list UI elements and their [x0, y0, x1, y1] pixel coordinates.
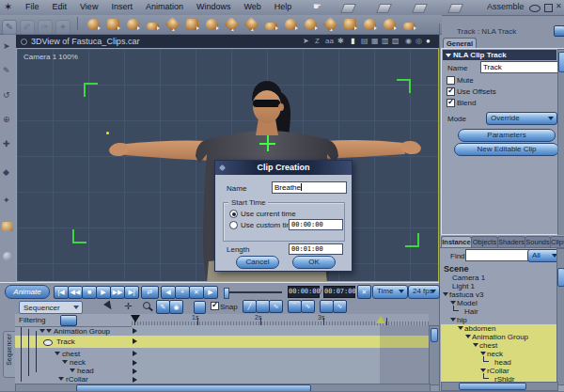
mute-checkbox[interactable] — [446, 76, 455, 85]
mode-dropdown[interactable]: Override — [486, 112, 557, 125]
repeat-button[interactable]: ∿ — [333, 300, 347, 313]
storyboard-room-icon[interactable] — [412, 4, 428, 13]
vp-settings-icon[interactable]: ✱ — [337, 35, 344, 47]
parameters-button[interactable]: Parameters — [458, 129, 556, 142]
ok-button[interactable]: OK — [292, 256, 336, 269]
scene-row-chest[interactable]: chest — [479, 341, 497, 350]
scene-row-hip[interactable]: hip — [457, 316, 467, 324]
sphere-primitive-icon[interactable] — [87, 19, 100, 30]
browser-hscrollbar[interactable] — [441, 382, 558, 391]
seq-row-track[interactable]: Track — [56, 337, 75, 346]
go-start-button[interactable]: |◀ — [54, 286, 69, 299]
wrench-icon[interactable] — [403, 23, 415, 30]
time-mode-dropdown[interactable]: Time — [372, 285, 408, 299]
keyframe-marker[interactable] — [133, 328, 137, 334]
seq-row-animation-group[interactable]: Animation Group — [54, 327, 110, 336]
sequencer-mode-dropdown[interactable]: Sequencer — [19, 301, 83, 314]
track-name-input[interactable]: Track — [480, 61, 559, 73]
time-scrubber[interactable] — [131, 315, 140, 322]
menu-view[interactable]: View — [73, 0, 104, 14]
vp-cursor-icon[interactable]: ➤ — [303, 35, 309, 47]
properties-scrollbar-thumb[interactable] — [558, 52, 564, 72]
vertex-object-icon[interactable] — [107, 19, 119, 30]
keyframe-marker[interactable] — [133, 360, 137, 366]
menu-edit[interactable]: Edit — [46, 0, 74, 14]
vp-layout-4-icon[interactable]: ▥ — [382, 35, 389, 47]
model-room-icon[interactable] — [376, 4, 392, 13]
star-object-icon[interactable] — [225, 17, 240, 32]
assemble-room-icon[interactable] — [340, 4, 356, 13]
vp-layout-single-icon[interactable]: ▮ — [351, 35, 354, 47]
menu-web[interactable]: Web — [237, 0, 267, 14]
keyframe-marker[interactable] — [133, 351, 137, 356]
vp-shade-textured-icon[interactable]: ● — [426, 35, 431, 47]
use-current-time-radio[interactable] — [229, 210, 238, 218]
clear-time-button[interactable]: ✕ — [357, 285, 371, 299]
camera-pan-icon[interactable]: ✦ — [3, 196, 10, 205]
keyframe-marker[interactable] — [133, 377, 137, 383]
delete-key-button[interactable]: ✕ — [189, 286, 204, 299]
seq-row-chest[interactable]: chest — [62, 350, 80, 358]
scene-row-abdomen[interactable]: abdomen — [464, 324, 495, 333]
cone-icon[interactable] — [165, 17, 180, 32]
pointer-tool-icon[interactable] — [103, 301, 115, 312]
scale-tool-icon[interactable]: ✚ — [3, 139, 10, 149]
tangent-linear-button[interactable]: ╱ — [243, 300, 257, 313]
add-key-button[interactable]: + — [175, 286, 190, 299]
vp-shade-wire-icon[interactable]: ◉ — [405, 35, 412, 47]
menu-file[interactable]: File — [19, 0, 46, 14]
scene-row-rcollar[interactable]: rCollar — [487, 367, 509, 375]
vp-axis-icon[interactable]: Z — [315, 35, 320, 47]
pin-button[interactable]: ◉ — [169, 300, 183, 314]
clock-icon[interactable] — [364, 19, 376, 30]
vp-antialias-icon[interactable]: aa — [325, 35, 334, 47]
fps-dropdown[interactable]: 24 fps — [408, 285, 440, 299]
seq-row-head[interactable]: head — [77, 367, 94, 375]
length-input[interactable]: 00:01:00 — [289, 243, 343, 255]
scene-row-camera1[interactable]: Camera 1 — [452, 274, 485, 282]
tangent-smooth-in-button[interactable]: ⌒ — [256, 300, 270, 313]
timeline-body[interactable] — [132, 325, 429, 384]
vp-layout-2-icon[interactable]: ▤ — [361, 35, 368, 47]
blend-checkbox[interactable]: ✓ — [446, 99, 455, 107]
rewind-button[interactable]: ◀◀ — [68, 286, 83, 299]
restore-window-icon[interactable] — [544, 4, 553, 12]
scene-row-animation-group[interactable]: Animation Group — [472, 333, 528, 341]
clip-name-input[interactable]: Breathe — [272, 181, 347, 194]
gear-icon[interactable] — [206, 19, 218, 30]
find-input[interactable] — [465, 249, 529, 261]
duplicate-object-icon[interactable] — [244, 17, 259, 32]
next-key-button[interactable]: ▶ — [203, 286, 218, 299]
dialog-title-bar[interactable]: Clip Creation — [215, 161, 352, 175]
play-button[interactable]: ▶ — [96, 286, 111, 299]
cancel-button[interactable]: Cancel — [236, 256, 279, 269]
menu-insert[interactable]: Insert — [104, 0, 139, 14]
terrain-icon[interactable] — [265, 23, 277, 30]
hand-tool-icon[interactable]: ☛ — [313, 1, 321, 11]
options-button[interactable] — [194, 301, 206, 314]
select-tool-icon[interactable]: ➤ — [3, 41, 10, 51]
vp-layout-3-icon[interactable]: ▦ — [371, 35, 379, 47]
time-slider-track[interactable] — [224, 291, 282, 293]
oscillate-button[interactable]: ⌒ — [320, 300, 334, 313]
tangent-discrete-button[interactable]: ∿ — [301, 300, 315, 313]
scene-row-neck[interactable]: neck — [487, 350, 503, 358]
vp-shade-flat-icon[interactable]: ◎ — [415, 35, 422, 47]
current-time-display[interactable]: 00:00:00 — [288, 286, 320, 298]
properties-scrollbar[interactable] — [557, 49, 564, 236]
use-custom-time-radio[interactable] — [229, 221, 238, 229]
light-icon[interactable] — [384, 19, 396, 30]
camera-dolly-icon[interactable]: ◆ — [3, 167, 9, 177]
browser-vscrollbar[interactable] — [556, 248, 564, 385]
scene-row-head[interactable]: head — [494, 358, 511, 367]
menu-help[interactable]: Help — [268, 0, 299, 14]
panel-detach-button[interactable] — [554, 25, 564, 37]
pen-tool-icon[interactable]: ✎ — [3, 66, 10, 75]
gizmo-y-axis[interactable] — [267, 135, 269, 151]
keyframe-marker[interactable] — [133, 368, 137, 374]
viewport-menu-icon[interactable] — [21, 39, 27, 45]
hand-object-icon[interactable] — [305, 19, 317, 30]
seq-row-neck[interactable]: neck — [70, 358, 86, 367]
texture-room-icon[interactable] — [447, 4, 463, 13]
menu-windows[interactable]: Windows — [190, 0, 238, 14]
